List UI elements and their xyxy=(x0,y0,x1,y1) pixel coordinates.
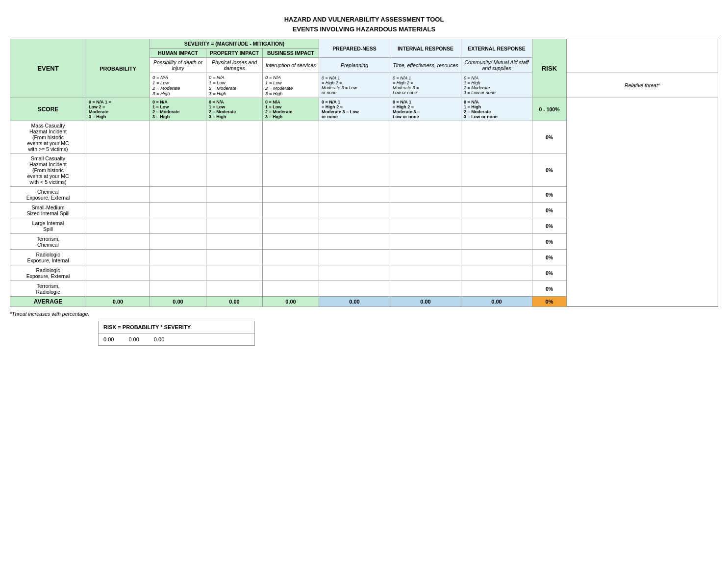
property-impact-score: 0 = N/A 1 = Low 2 = Moderate 3 = High xyxy=(206,98,263,121)
event-internal xyxy=(390,121,461,154)
table-row: Terrorism, Radiologic 0% xyxy=(10,281,718,297)
event-internal xyxy=(390,265,461,281)
human-score: 0 = N/A 1 = Low 2 = Moderate 3 = High xyxy=(150,73,206,98)
event-human-impact xyxy=(150,234,206,250)
prepared-ness-score: 0 = N/A 1 = High 2 = Moderate 3 = Low or… xyxy=(319,98,390,121)
formula-v1: 0.00 xyxy=(103,336,114,342)
event-human-impact xyxy=(150,281,206,297)
risk-score-cell: 0 - 100% xyxy=(532,98,567,121)
event-internal xyxy=(390,218,461,234)
event-internal xyxy=(390,187,461,203)
event-risk: 0% xyxy=(532,218,567,234)
average-probability: 0.00 xyxy=(86,297,150,307)
event-external xyxy=(461,281,532,297)
page-title: HAZARD AND VULNERABILITY ASSESSMENT TOOL… xyxy=(10,15,718,34)
probability-header: PROBABILITY xyxy=(86,39,150,98)
external-score: 0 = N/A 1 = High 2 = Moderate 3 = Low or… xyxy=(461,73,532,98)
event-internal xyxy=(390,203,461,218)
event-name: Small Casualty Hazmat Incident (From his… xyxy=(10,154,86,187)
formula-label: RISK = PROBABILITY * SEVERITY xyxy=(99,321,254,333)
event-property-impact xyxy=(206,250,263,265)
event-property-impact xyxy=(206,234,263,250)
prepared-ness-header: PREPARED-NESS xyxy=(319,39,390,58)
table-row: Radiologic Exposure, External 0% xyxy=(10,265,718,281)
event-probability xyxy=(86,265,150,281)
average-label: AVERAGE xyxy=(10,297,86,307)
event-internal xyxy=(390,234,461,250)
event-name: Radiologic Exposure, Internal xyxy=(10,250,86,265)
formula-v3: 0.00 xyxy=(154,336,164,342)
table-row: Small-Medium Sized Internal Spill 0% xyxy=(10,203,718,218)
average-row: AVERAGE 0.00 0.00 0.00 0.00 0.00 0.00 0.… xyxy=(10,297,718,307)
formula-v2: 0.00 xyxy=(128,336,139,342)
main-table: EVENT PROBABILITY SEVERITY = (MAGNITUDE … xyxy=(10,39,718,307)
event-risk: 0% xyxy=(532,234,567,250)
internal-response-desc: Time, effectivness, resouces xyxy=(390,58,461,73)
event-external xyxy=(461,218,532,234)
event-probability xyxy=(86,121,150,154)
human-impact-header: HUMAN IMPACT xyxy=(150,49,206,58)
score-row: SCORE 0 = N/A 1 = Low 2 = Moderate 3 = H… xyxy=(10,98,718,121)
event-business-impact xyxy=(263,187,319,203)
average-external: 0.00 xyxy=(461,297,532,307)
event-risk: 0% xyxy=(532,203,567,218)
score-label: SCORE xyxy=(10,98,86,121)
event-property-impact xyxy=(206,154,263,187)
event-human-impact xyxy=(150,121,206,154)
event-probability xyxy=(86,250,150,265)
external-response-score: 0 = N/A 1 = High 2 = Moderate 3 = Low or… xyxy=(461,98,532,121)
event-prepared xyxy=(319,281,390,297)
event-risk: 0% xyxy=(532,281,567,297)
table-row: Radiologic Exposure, Internal 0% xyxy=(10,250,718,265)
property-impact-desc: Physical losses and damages xyxy=(206,58,263,73)
event-risk: 0% xyxy=(532,250,567,265)
event-property-impact xyxy=(206,265,263,281)
event-risk: 0% xyxy=(532,121,567,154)
external-response-header: EXTERNAL RESPONSE xyxy=(461,39,532,58)
event-human-impact xyxy=(150,218,206,234)
internal-response-score: 0 = N/A 1 = High 2 = Moderate 3 = Low or… xyxy=(390,98,461,121)
event-business-impact xyxy=(263,281,319,297)
event-prepared xyxy=(319,265,390,281)
prepared-score: 0 = N/A 1 = High 2 = Moderate 3 = Low or… xyxy=(319,73,390,98)
event-external xyxy=(461,154,532,187)
event-human-impact xyxy=(150,154,206,187)
severity-header: SEVERITY = (MAGNITUDE - MITIGATION) xyxy=(150,39,319,49)
table-row: Large Internal Spill 0% xyxy=(10,218,718,234)
event-name: Chemical Exposure, External xyxy=(10,187,86,203)
event-external xyxy=(461,121,532,154)
event-probability xyxy=(86,203,150,218)
event-property-impact xyxy=(206,281,263,297)
event-human-impact xyxy=(150,203,206,218)
event-prepared xyxy=(319,250,390,265)
event-internal xyxy=(390,250,461,265)
human-impact-score: 0 = N/A 1 = Low 2 = Moderate 3 = High xyxy=(150,98,206,121)
formula-box: RISK = PROBABILITY * SEVERITY 0.00 0.00 … xyxy=(98,321,255,346)
external-response-desc: Community/ Mutual Aid staff and supplies xyxy=(461,58,532,73)
property-score: 0 = N/A 1 = Low 2 = Moderate 3 = High xyxy=(206,73,263,98)
event-prepared xyxy=(319,187,390,203)
average-property: 0.00 xyxy=(206,297,263,307)
threat-note: *Threat increases with percentage. xyxy=(10,311,718,317)
event-business-impact xyxy=(263,121,319,154)
table-row: Chemical Exposure, External 0% xyxy=(10,187,718,203)
prepared-ness-desc: Preplanning xyxy=(319,58,390,73)
average-internal: 0.00 xyxy=(390,297,461,307)
event-business-impact xyxy=(263,218,319,234)
event-property-impact xyxy=(206,121,263,154)
event-prepared xyxy=(319,218,390,234)
event-prepared xyxy=(319,121,390,154)
property-impact-header: PROPERTY IMPACT xyxy=(206,49,263,58)
event-business-impact xyxy=(263,265,319,281)
event-risk: 0% xyxy=(532,265,567,281)
event-risk: 0% xyxy=(532,154,567,187)
event-name: Terrorism, Radiologic xyxy=(10,281,86,297)
risk-header: RISK xyxy=(532,39,567,98)
event-name: Small-Medium Sized Internal Spill xyxy=(10,203,86,218)
internal-response-header: INTERNAL RESPONSE xyxy=(390,39,461,58)
event-name: Mass Casualty Hazmat Incident (From hist… xyxy=(10,121,86,154)
event-probability xyxy=(86,234,150,250)
event-property-impact xyxy=(206,218,263,234)
event-internal xyxy=(390,154,461,187)
event-external xyxy=(461,234,532,250)
